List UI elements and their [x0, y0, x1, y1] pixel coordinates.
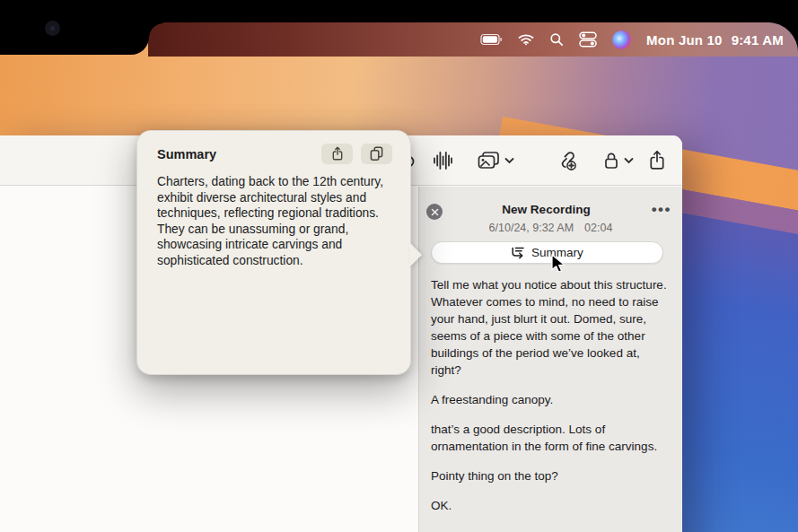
recording-meta: 6/10/24, 9:32 AM 02:04	[419, 222, 682, 234]
mouse-cursor	[551, 254, 566, 277]
summary-popover: Summary Charters, dating back to the 12t…	[136, 130, 411, 375]
chevron-down-icon	[624, 157, 634, 164]
copy-icon[interactable]	[361, 144, 392, 164]
popover-tail	[409, 242, 422, 267]
wifi-icon[interactable]	[518, 33, 534, 46]
control-center-icon[interactable]	[579, 31, 597, 48]
popover-title: Summary	[157, 147, 313, 161]
share-icon[interactable]	[321, 144, 353, 164]
media-icon[interactable]	[477, 135, 514, 186]
battery-icon[interactable]	[480, 33, 503, 46]
recording-title: New Recording	[446, 203, 646, 216]
recording-datetime: 6/10/24, 9:32 AM	[489, 222, 574, 234]
display-notch	[0, 0, 149, 55]
transcript-paragraph: A freestanding canopy.	[431, 391, 668, 408]
menu-bar-time: 9:41 AM	[732, 32, 784, 48]
more-options-button[interactable]: •••	[652, 201, 671, 219]
transcript-paragraph: that’s a good description. Lots of ornam…	[431, 421, 668, 455]
summary-text: Charters, dating back to the 12th centur…	[137, 164, 410, 269]
siri-icon[interactable]	[612, 31, 631, 49]
share-icon[interactable]	[648, 135, 666, 186]
transcript-paragraph: Tell me what you notice about this struc…	[431, 276, 668, 379]
menu-bar-date: Mon Jun 10	[646, 32, 723, 48]
close-icon[interactable]	[426, 204, 443, 220]
search-icon[interactable]	[549, 32, 564, 47]
recording-duration: 02:04	[584, 222, 612, 234]
transcript-paragraph: Pointy thing on the top?	[431, 467, 668, 484]
camera-dot	[45, 21, 60, 36]
chevron-down-icon	[504, 157, 514, 164]
recording-panel: New Recording ••• 6/10/24, 9:32 AM 02:04…	[419, 187, 682, 532]
menu-bar: Mon Jun 10 9:41 AM	[148, 22, 798, 57]
transcript-text[interactable]: Tell me what you notice about this struc…	[431, 276, 668, 527]
macbook-screen: Mon Jun 10 9:41 AM	[0, 0, 798, 532]
menu-bar-clock[interactable]: Mon Jun 10 9:41 AM	[646, 32, 784, 48]
transcript-paragraph: OK.	[431, 497, 668, 514]
summarize-icon	[511, 246, 525, 259]
summary-button[interactable]: Summary	[431, 241, 663, 264]
add-link-icon[interactable]	[556, 135, 578, 186]
lock-icon[interactable]	[603, 135, 634, 186]
notch-corner-curve	[148, 22, 163, 38]
audio-waveform-icon[interactable]	[432, 135, 453, 186]
